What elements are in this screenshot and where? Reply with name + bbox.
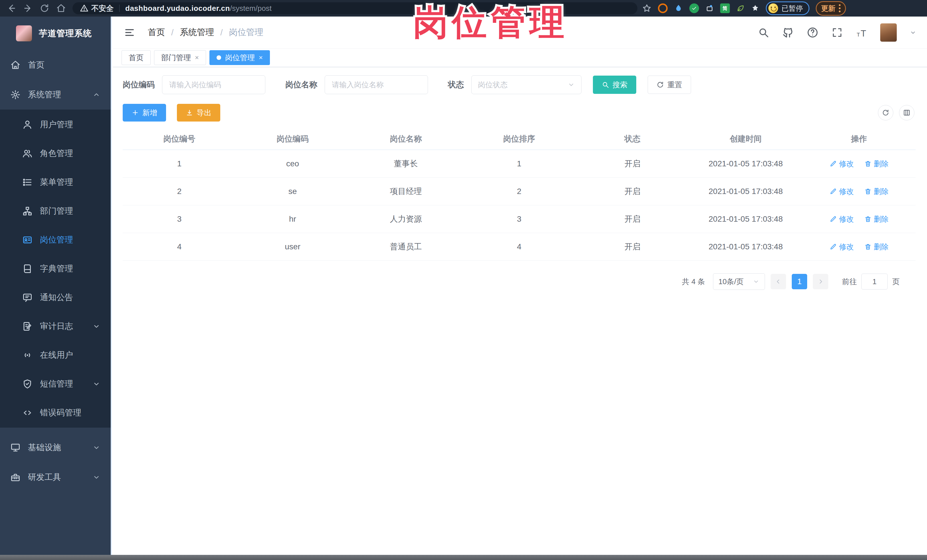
- edit-link[interactable]: 修改: [830, 187, 854, 197]
- table-row: 2 se 项目经理 2 开启 2021-01-05 17:03:48 修改 删除: [123, 178, 916, 205]
- prev-page-button[interactable]: [770, 274, 786, 289]
- reset-button[interactable]: 重置: [648, 76, 691, 94]
- github-icon[interactable]: [782, 27, 794, 38]
- sidebar-item-notice[interactable]: 通知公告: [0, 283, 111, 312]
- code-icon: [22, 408, 32, 418]
- fullscreen-icon[interactable]: [831, 27, 843, 38]
- tab-post[interactable]: 岗位管理 ×: [210, 50, 270, 65]
- monitor-icon: [10, 442, 21, 453]
- url-path: /system/post: [230, 4, 272, 13]
- table-toolbar: 新增 导出: [123, 104, 927, 121]
- user-icon: [22, 120, 32, 130]
- chevron-up-icon: [93, 91, 100, 99]
- search-icon: [602, 81, 609, 88]
- extension-bird-icon[interactable]: [751, 4, 760, 12]
- font-size-icon[interactable]: TT: [856, 27, 868, 38]
- gear-icon: [10, 90, 21, 100]
- delete-link[interactable]: 删除: [864, 242, 889, 252]
- tab-home[interactable]: 首页: [122, 50, 150, 65]
- sidebar-item-menus[interactable]: 菜单管理: [0, 168, 111, 197]
- browser-forward-icon[interactable]: [22, 2, 34, 15]
- sidebar-item-system[interactable]: 系统管理: [0, 80, 111, 109]
- export-button[interactable]: 导出: [177, 104, 220, 121]
- pagination: 共 4 条 10条/页 1 前往 页: [123, 273, 900, 290]
- tab-dept[interactable]: 部门管理 ×: [154, 50, 206, 65]
- edit-link[interactable]: 修改: [830, 214, 854, 224]
- trash-icon: [864, 188, 872, 195]
- close-icon[interactable]: ×: [195, 54, 199, 61]
- table-row: 4 user 普通员工 4 开启 2021-01-05 17:03:48 修改 …: [123, 233, 916, 261]
- extension-pin-icon[interactable]: [705, 4, 714, 12]
- delete-link[interactable]: 删除: [864, 159, 889, 169]
- extension-translate-icon[interactable]: 简: [720, 3, 730, 13]
- browser-back-icon[interactable]: [5, 2, 18, 15]
- next-page-button[interactable]: [813, 274, 828, 289]
- edit-link[interactable]: 修改: [830, 242, 854, 252]
- sidebar-item-home[interactable]: 首页: [0, 50, 111, 80]
- edit-link[interactable]: 修改: [830, 159, 854, 169]
- page-size-select[interactable]: 10条/页: [713, 273, 765, 290]
- trash-icon: [864, 160, 872, 167]
- post-code-input[interactable]: [162, 75, 265, 94]
- extension-check-icon[interactable]: [689, 3, 699, 13]
- sidebar-item-infra[interactable]: 基础设施: [0, 433, 111, 463]
- sidebar-item-devtools[interactable]: 研发工具: [0, 463, 111, 492]
- bookmark-star-icon[interactable]: [642, 3, 652, 13]
- app-logo-row[interactable]: 芋道管理系统: [0, 17, 111, 50]
- status-value: 开启: [576, 241, 689, 252]
- table-header-row: 岗位编号 岗位编码 岗位名称 岗位排序 状态 创建时间 操作: [123, 128, 916, 150]
- emoji-icon: [768, 3, 778, 13]
- chevron-down-icon: [753, 278, 760, 285]
- home-icon: [10, 60, 21, 70]
- refresh-icon: [882, 109, 889, 116]
- avatar-caret-icon[interactable]: [909, 29, 917, 36]
- sidebar-item-users[interactable]: 用户管理: [0, 110, 111, 139]
- status-select[interactable]: 岗位状态: [471, 75, 582, 94]
- chevron-down-icon: [93, 380, 100, 388]
- post-name-input[interactable]: [325, 75, 428, 94]
- help-icon[interactable]: [807, 27, 819, 38]
- column-settings-button[interactable]: [899, 105, 915, 120]
- add-button[interactable]: 新增: [123, 104, 166, 121]
- extension-leaf-icon[interactable]: [736, 4, 745, 12]
- search-button[interactable]: 搜索: [593, 76, 636, 94]
- role-icon: [22, 148, 32, 159]
- extension-orange-icon[interactable]: [658, 3, 668, 13]
- page-overlay-title: 岗位管理 岗位管理: [413, 2, 568, 42]
- search-icon[interactable]: [758, 27, 769, 38]
- url-host: dashboard.yudao.iocoder.cn: [125, 4, 230, 13]
- chevron-left-icon: [775, 278, 782, 285]
- download-icon: [186, 109, 193, 116]
- goto-page-input[interactable]: [862, 273, 887, 290]
- filter-form: 岗位编码 岗位名称 状态 岗位状态 搜索 重置: [123, 75, 927, 95]
- sidebar-item-online-users[interactable]: 在线用户: [0, 341, 111, 369]
- delete-link[interactable]: 删除: [864, 187, 889, 197]
- sidebar-item-sms[interactable]: 短信管理: [0, 369, 111, 398]
- warning-icon: [80, 4, 88, 12]
- chevron-down-icon: [567, 81, 575, 88]
- refresh-table-button[interactable]: [878, 105, 894, 120]
- goto-label: 前往: [842, 277, 857, 287]
- browser-reload-icon[interactable]: [38, 2, 51, 15]
- breadcrumb-home[interactable]: 首页: [148, 27, 165, 38]
- sidebar-item-roles[interactable]: 角色管理: [0, 139, 111, 168]
- breadcrumb-system[interactable]: 系统管理: [180, 27, 214, 38]
- sidebar-item-error-codes[interactable]: 错误码管理: [0, 398, 111, 427]
- page-number-button[interactable]: 1: [792, 274, 807, 289]
- update-button[interactable]: 更新: [816, 1, 846, 16]
- browser-home-icon[interactable]: [55, 2, 67, 15]
- sidebar-item-depts[interactable]: 部门管理: [0, 197, 111, 225]
- browser-menu-icon[interactable]: [839, 4, 840, 12]
- avatar[interactable]: [880, 23, 897, 42]
- status-value: 开启: [576, 158, 689, 169]
- sidebar-item-posts[interactable]: 岗位管理: [0, 225, 111, 254]
- paused-badge[interactable]: 已暂停: [766, 2, 810, 15]
- sidebar-item-dict[interactable]: 字典管理: [0, 254, 111, 283]
- close-icon[interactable]: ×: [259, 54, 263, 61]
- extension-drop-icon[interactable]: [674, 4, 683, 13]
- table-row: 1 ceo 董事长 1 开启 2021-01-05 17:03:48 修改 删除: [123, 150, 916, 178]
- sidebar-item-audit-log[interactable]: 审计日志: [0, 312, 111, 341]
- delete-link[interactable]: 删除: [864, 214, 889, 224]
- breadcrumb-current: 岗位管理: [229, 27, 263, 38]
- collapse-sidebar-icon[interactable]: [123, 26, 136, 39]
